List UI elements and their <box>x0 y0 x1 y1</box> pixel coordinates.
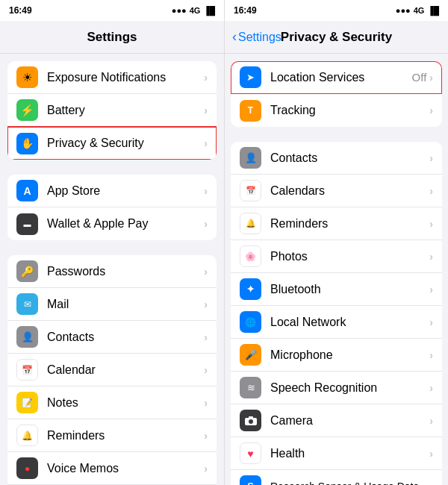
sidebar-item-battery[interactable]: ⚡ Battery › <box>7 94 217 127</box>
chevron-icon: › <box>204 397 208 409</box>
wallet-label: Wallet & Apple Pay <box>47 217 204 231</box>
tracking-icon: T <box>240 100 261 122</box>
exposure-icon: ☀ <box>16 66 38 88</box>
camera-item[interactable]: Camera › <box>231 404 442 437</box>
battery-icon-r: ▐█ <box>427 6 439 15</box>
speech-icon: ≋ <box>240 377 261 398</box>
sidebar-item-voicememos[interactable]: ● Voice Memos › <box>7 452 217 485</box>
appstore-icon: A <box>16 180 38 201</box>
status-bar-right: 16:49 ●●● 4G ▐█ <box>225 0 448 21</box>
research-label: Research Sensor & Usage Data <box>270 481 429 486</box>
photos-label: Photos <box>270 250 429 263</box>
svg-rect-2 <box>249 416 253 419</box>
status-bar-left: 16:49 ●●● 4G ▐█ <box>0 0 224 21</box>
chevron-icon: › <box>429 185 433 197</box>
calendar-label: Calendar <box>47 363 204 377</box>
reminders-perm-icon: 🔔 <box>240 213 261 234</box>
calendars-icon: 📅 <box>240 180 261 201</box>
microphone-item[interactable]: 🎤 Microphone › <box>231 339 442 372</box>
contacts-perm-label: Contacts <box>270 151 429 165</box>
sidebar-item-wallet[interactable]: ▬ Wallet & Apple Pay › <box>7 207 217 240</box>
health-item[interactable]: ♥ Health › <box>231 437 442 470</box>
calendars-label: Calendars <box>270 184 429 198</box>
bluetooth-icon: ✦ <box>240 278 261 300</box>
mail-label: Mail <box>47 298 204 311</box>
sidebar-item-contacts[interactable]: 👤 Contacts › <box>7 321 217 354</box>
chevron-icon: › <box>429 72 433 84</box>
time-left: 16:49 <box>9 5 32 16</box>
contacts-permission-item[interactable]: 👤 Contacts › <box>231 142 442 175</box>
sidebar-item-appstore[interactable]: A App Store › <box>7 175 217 207</box>
nav-title-right: Privacy & Security <box>281 30 392 45</box>
chevron-icon: › <box>204 137 208 149</box>
chevron-icon: › <box>204 185 208 197</box>
chevron-icon: › <box>204 218 208 230</box>
tracking-label: Tracking <box>270 104 429 117</box>
battery-icon: ▐█ <box>203 6 215 15</box>
right-scroll[interactable]: ➤ Location Services Off › T Tracking › 👤… <box>225 54 448 485</box>
list-group-permissions: 👤 Contacts › 📅 Calendars › 🔔 Reminders ›… <box>231 142 442 485</box>
location-value: Off <box>412 71 427 84</box>
list-group-1: ☀ Exposure Notifications › ⚡ Battery › ✋… <box>7 61 217 160</box>
list-group-3: 🔑 Passwords › ✉ Mail › 👤 Contacts › 📅 Ca… <box>7 255 217 485</box>
voicememos-icon: ● <box>16 457 38 479</box>
research-item[interactable]: S Research Sensor & Usage Data › <box>231 470 442 485</box>
contacts-icon: 👤 <box>16 326 38 348</box>
list-group-top: ➤ Location Services Off › T Tracking › <box>231 61 442 127</box>
chevron-icon: › <box>429 251 433 263</box>
calendars-item[interactable]: 📅 Calendars › <box>231 175 442 207</box>
sidebar-item-exposure[interactable]: ☀ Exposure Notifications › <box>7 61 217 94</box>
status-icons-right: ●●● 4G ▐█ <box>396 6 439 15</box>
reminders-perm-item[interactable]: 🔔 Reminders › <box>231 207 442 240</box>
localnetwork-item[interactable]: 🌐 Local Network › <box>231 306 442 339</box>
chevron-icon: › <box>204 104 208 116</box>
network-icon: 4G <box>190 6 201 15</box>
sidebar-item-mail[interactable]: ✉ Mail › <box>7 288 217 321</box>
localnetwork-icon: 🌐 <box>240 311 261 333</box>
bluetooth-item[interactable]: ✦ Bluetooth › <box>231 273 442 306</box>
camera-icon <box>240 410 261 431</box>
chevron-icon: › <box>204 364 208 376</box>
section-2: A App Store › ▬ Wallet & Apple Pay › <box>0 175 224 240</box>
sidebar-item-calendar[interactable]: 📅 Calendar › <box>7 354 217 387</box>
photos-item[interactable]: 🌸 Photos › <box>231 240 442 273</box>
contacts-perm-icon: 👤 <box>240 147 261 169</box>
speech-item[interactable]: ≋ Speech Recognition › <box>231 372 442 404</box>
microphone-label: Microphone <box>270 348 429 362</box>
chevron-icon: › <box>429 152 433 164</box>
svg-point-1 <box>249 419 253 424</box>
reminders-icon: 🔔 <box>16 425 38 446</box>
contacts-label: Contacts <box>47 331 204 344</box>
exposure-label: Exposure Notifications <box>47 71 204 84</box>
back-chevron-icon: ‹ <box>232 29 237 45</box>
chevron-icon: › <box>429 104 433 116</box>
back-button[interactable]: ‹ Settings <box>232 29 281 45</box>
photos-icon: 🌸 <box>240 245 261 267</box>
appstore-label: App Store <box>47 184 204 198</box>
sidebar-item-notes[interactable]: 📝 Notes › <box>7 387 217 419</box>
research-icon: S <box>240 475 261 485</box>
section-3: 🔑 Passwords › ✉ Mail › 👤 Contacts › 📅 Ca… <box>0 255 224 485</box>
battery-label: Battery <box>47 104 204 117</box>
location-label: Location Services <box>270 71 412 84</box>
tracking-item[interactable]: T Tracking › <box>231 94 442 127</box>
camera-label: Camera <box>270 414 429 428</box>
network-icon-r: 4G <box>414 6 425 15</box>
back-label: Settings <box>238 31 281 44</box>
top-section: ➤ Location Services Off › T Tracking › <box>225 61 448 127</box>
signal-icon: ●●● <box>172 6 187 15</box>
left-scroll[interactable]: ☀ Exposure Notifications › ⚡ Battery › ✋… <box>0 54 224 485</box>
sidebar-item-reminders[interactable]: 🔔 Reminders › <box>7 419 217 452</box>
health-label: Health <box>270 447 429 460</box>
sidebar-item-privacy[interactable]: ✋ Privacy & Security › <box>7 127 217 160</box>
chevron-icon: › <box>429 448 433 460</box>
passwords-label: Passwords <box>47 265 204 278</box>
chevron-icon: › <box>429 382 433 394</box>
sidebar-item-passwords[interactable]: 🔑 Passwords › <box>7 255 217 288</box>
reminders-label: Reminders <box>47 429 204 442</box>
health-icon: ♥ <box>240 442 261 464</box>
chevron-icon: › <box>204 331 208 343</box>
calendar-icon: 📅 <box>16 359 38 381</box>
location-services-item[interactable]: ➤ Location Services Off › <box>231 61 442 94</box>
wallet-icon: ▬ <box>16 213 38 235</box>
